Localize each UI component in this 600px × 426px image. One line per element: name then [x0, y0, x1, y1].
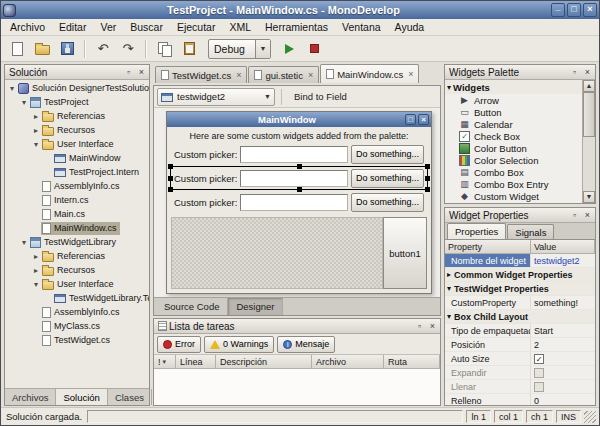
error-filter-button[interactable]: Error: [157, 336, 201, 353]
tree-item-testproject[interactable]: ▾TestProject: [5, 95, 149, 109]
design-window[interactable]: MainWindow Here are some custom widgets …: [166, 111, 432, 294]
property-name-posici-n[interactable]: Posición: [445, 338, 531, 352]
warning-filter-button[interactable]: 0 Warnings: [204, 336, 274, 353]
run-button[interactable]: [278, 38, 302, 60]
task-column-priority[interactable]: !▾: [154, 355, 176, 369]
property-section-box-child-layout[interactable]: ▾Box Child Layout: [445, 310, 595, 324]
expander-icon[interactable]: ▾: [447, 284, 451, 293]
property-name-relleno[interactable]: Relleno: [445, 394, 531, 405]
maximize-icon[interactable]: [567, 3, 581, 17]
tab-mainwindow-cs[interactable]: MainWindow.cs: [320, 64, 419, 83]
palette-item-button[interactable]: ▭Button: [445, 106, 582, 118]
pad-tab-soluci-n[interactable]: Solución: [56, 389, 107, 405]
palette-item-combo-box[interactable]: ▤Combo Box: [445, 166, 582, 178]
custom-picker-entry[interactable]: [240, 146, 348, 163]
scroll-up-icon[interactable]: ▲: [583, 80, 595, 92]
open-button[interactable]: [30, 38, 54, 60]
auto-hide-icon[interactable]: [569, 67, 580, 78]
tab-gui-stetic[interactable]: gui.stetic: [248, 66, 319, 83]
tree-item-testproject-intern[interactable]: TestProject.Intern: [5, 165, 149, 179]
stop-button[interactable]: [303, 38, 327, 60]
tree-item-testwidgetlibrary-tes[interactable]: TestWidgetLibrary.Tes: [5, 291, 149, 305]
palette-item-calendar[interactable]: ▦Calendar: [445, 118, 582, 130]
tree-item-soluci-n-designertestsolution[interactable]: ▾Solución DesignerTestSolution: [5, 81, 149, 95]
tab-properties[interactable]: Properties: [447, 223, 506, 239]
scrollbar-track[interactable]: [583, 92, 595, 191]
expander-icon[interactable]: ▸: [31, 252, 41, 261]
auto-hide-icon[interactable]: [569, 210, 580, 221]
property-section-testwidget-properties[interactable]: ▾TestWidget Properties: [445, 282, 595, 296]
selection-handle[interactable]: [297, 187, 302, 192]
tree-item-assemblyinfo-cs[interactable]: AssemblyInfo.cs: [5, 305, 149, 319]
close-tab-icon[interactable]: [408, 69, 413, 79]
do-something-button[interactable]: Do something...: [351, 169, 424, 188]
message-filter-button[interactable]: Mensaje: [277, 336, 335, 353]
new-file-button[interactable]: [5, 38, 29, 60]
selection-handle[interactable]: [168, 187, 173, 192]
tab-testwidget-cs[interactable]: TestWidget.cs: [155, 66, 247, 83]
task-column-ruta[interactable]: Ruta: [384, 355, 440, 369]
property-name-customproperty[interactable]: CustomProperty: [445, 296, 531, 310]
property-value-nombre-del-widget[interactable]: testwidget2: [531, 254, 595, 268]
custom-picker-entry[interactable]: [240, 194, 348, 211]
menu-editar[interactable]: Editar: [52, 20, 93, 34]
tree-item-intern-cs[interactable]: Intern.cs: [5, 193, 149, 207]
expander-icon[interactable]: ▾: [7, 84, 17, 93]
menu-xml[interactable]: XML: [222, 20, 258, 34]
do-something-button[interactable]: Do something...: [351, 145, 424, 164]
property-value-llenar[interactable]: [531, 380, 595, 394]
menu-ventana[interactable]: Ventana: [335, 20, 388, 34]
undo-button[interactable]: [91, 38, 115, 60]
menu-ayuda[interactable]: Ayuda: [388, 20, 432, 34]
property-value-expandir[interactable]: [531, 366, 595, 380]
view-tab-source-code[interactable]: Source Code: [156, 298, 228, 315]
close-pad-icon[interactable]: [136, 67, 147, 78]
expander-icon[interactable]: ▸: [31, 266, 41, 275]
expander-icon[interactable]: ▸: [447, 270, 451, 279]
checkbox[interactable]: ✓: [534, 354, 544, 364]
selection-handle[interactable]: [425, 164, 430, 169]
close-pad-icon[interactable]: [427, 321, 438, 332]
expander-icon[interactable]: ▾: [31, 140, 41, 149]
selection-handle[interactable]: [425, 187, 430, 192]
view-tab-designer[interactable]: Designer: [228, 298, 283, 315]
selection-handle[interactable]: [297, 164, 302, 169]
task-column-descripci-n[interactable]: Descripción: [216, 355, 312, 369]
custom-widget-row[interactable]: Custom picker:Do something...: [171, 143, 427, 165]
custom-picker-entry[interactable]: [240, 170, 348, 187]
widget-selector-combo[interactable]: testwidget2 ▼: [157, 88, 275, 106]
tree-item-mainwindow-cs[interactable]: MainWindow.cs: [5, 221, 149, 235]
tree-item-referencias[interactable]: ▸Referencias: [5, 249, 149, 263]
property-name-nombre-del-widget[interactable]: Nombre del widget: [445, 254, 531, 268]
expander-icon[interactable]: ▾: [447, 312, 451, 321]
expander-icon[interactable]: ▾: [19, 238, 29, 247]
menu-ver[interactable]: Ver: [93, 20, 123, 34]
chevron-down-icon[interactable]: ▼: [255, 40, 270, 58]
expander-icon[interactable]: ▾: [447, 83, 451, 92]
titlebar[interactable]: TestProject - MainWindow.cs - MonoDevelo…: [1, 1, 599, 19]
empty-container-placeholder[interactable]: [171, 217, 383, 289]
paste-button[interactable]: [177, 38, 201, 60]
custom-widget-row[interactable]: Custom picker:Do something...: [171, 167, 427, 189]
scrollbar-thumb[interactable]: [583, 92, 595, 137]
tree-item-assemblyinfo-cs[interactable]: AssemblyInfo.cs: [5, 179, 149, 193]
close-tab-icon[interactable]: [308, 70, 313, 80]
tree-item-user-interface[interactable]: ▾User Interface: [5, 277, 149, 291]
resize-grip[interactable]: [584, 411, 596, 423]
custom-widget-row[interactable]: Custom picker:Do something...: [171, 191, 427, 213]
do-something-button[interactable]: Do something...: [351, 193, 424, 212]
expander-icon[interactable]: ▾: [19, 98, 29, 107]
auto-hide-icon[interactable]: [414, 321, 425, 332]
minimize-icon[interactable]: [551, 3, 565, 17]
tree-item-recursos[interactable]: ▸Recursos: [5, 123, 149, 137]
tree-item-main-cs[interactable]: Main.cs: [5, 207, 149, 221]
expander-icon[interactable]: ▾: [31, 280, 41, 289]
grid-column-header-value[interactable]: Value: [531, 240, 595, 254]
palette-item-check-box[interactable]: ✓Check Box: [445, 130, 582, 142]
designer-canvas[interactable]: MainWindow Here are some custom widgets …: [154, 108, 440, 297]
property-section-common-widget-properties[interactable]: ▸Common Widget Properties: [445, 268, 595, 282]
pad-tab-archivos[interactable]: Archivos: [5, 389, 56, 405]
palette-item-custom-widget[interactable]: ◆Custom Widget: [445, 190, 582, 202]
tab-signals[interactable]: Signals: [507, 224, 554, 239]
grid-column-header-property[interactable]: Property: [445, 240, 531, 254]
